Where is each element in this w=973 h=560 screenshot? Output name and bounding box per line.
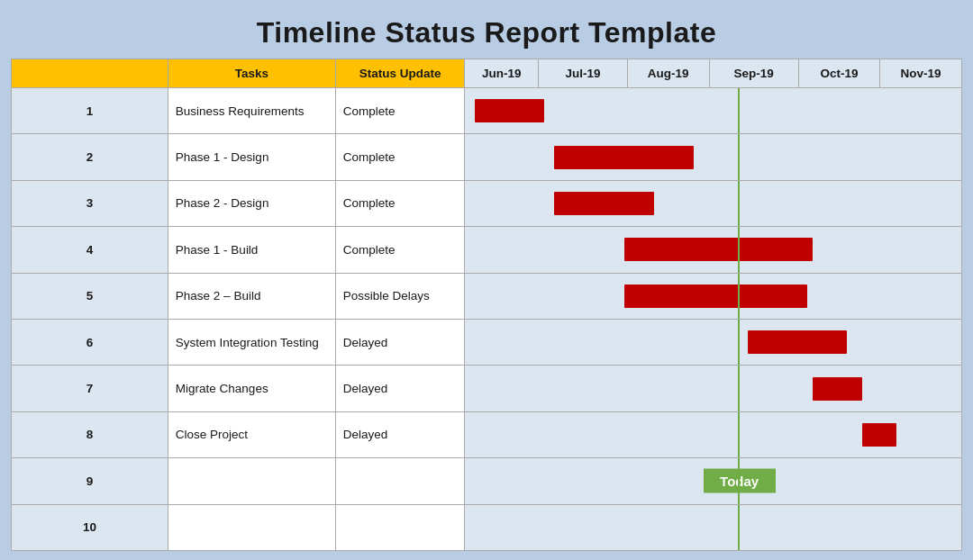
col-nov: Nov-19 xyxy=(880,59,962,88)
col-num-header xyxy=(12,59,168,88)
today-line xyxy=(738,320,740,365)
row-number: 9 xyxy=(12,458,168,504)
gantt-bar-cell xyxy=(465,134,962,180)
gantt-bar xyxy=(862,423,897,447)
row-status xyxy=(335,504,465,550)
today-line xyxy=(738,412,740,457)
table-row: 6System Integration TestingDelayed xyxy=(12,319,962,365)
row-status: Complete xyxy=(335,134,465,180)
row-status xyxy=(335,458,465,504)
table-row: 8Close ProjectDelayed xyxy=(12,411,962,457)
row-number: 7 xyxy=(12,366,168,411)
row-task: System Integration Testing xyxy=(168,319,335,365)
col-oct: Oct-19 xyxy=(798,59,879,88)
gantt-bar xyxy=(475,99,544,122)
gantt-table: Tasks Status Update Jun-19 Jul-19 Aug-19… xyxy=(11,59,962,551)
gantt-bar-cell xyxy=(465,273,962,319)
row-status: Possible Delays xyxy=(335,273,465,319)
col-aug: Aug-19 xyxy=(627,59,709,88)
row-number: 1 xyxy=(12,88,168,134)
today-line xyxy=(738,227,740,272)
row-task xyxy=(168,458,335,504)
row-number: 3 xyxy=(12,180,168,226)
row-task xyxy=(168,504,335,550)
today-line xyxy=(738,274,740,319)
gantt-bar xyxy=(748,330,847,354)
col-status-header: Status Update xyxy=(335,59,465,88)
row-number: 5 xyxy=(12,273,168,319)
row-status: Delayed xyxy=(335,319,465,365)
row-number: 2 xyxy=(12,134,168,180)
gantt-bar-cell xyxy=(465,180,962,226)
page-title: Timeline Status Report Template xyxy=(11,9,962,59)
gantt-bar xyxy=(813,377,862,401)
gantt-bar-cell xyxy=(465,227,962,273)
row-status: Delayed xyxy=(335,411,465,457)
row-task: Phase 2 – Build xyxy=(168,273,335,319)
row-task: Phase 1 - Design xyxy=(168,134,335,180)
today-line xyxy=(738,181,740,226)
gantt-bar-cell xyxy=(465,411,962,457)
col-sep: Sep-19 xyxy=(709,59,798,88)
gantt-bar xyxy=(624,285,808,308)
row-task: Business Requirements xyxy=(168,88,335,134)
row-number: 10 xyxy=(12,504,168,550)
table-row: 1Business RequirementsComplete xyxy=(12,88,962,134)
col-jun: Jun-19 xyxy=(465,59,539,88)
today-line xyxy=(738,458,740,503)
row-task: Phase 2 - Design xyxy=(168,180,335,226)
gantt-bar-cell xyxy=(465,504,962,550)
gantt-bar xyxy=(554,146,693,169)
row-task: Migrate Changes xyxy=(168,366,335,411)
row-task: Phase 1 - Build xyxy=(168,227,335,273)
row-task: Close Project xyxy=(168,411,335,457)
row-number: 8 xyxy=(12,411,168,457)
table-row: 7Migrate ChangesDelayed xyxy=(12,366,962,411)
gantt-bar-cell xyxy=(465,88,962,134)
table-row: 4Phase 1 - BuildComplete xyxy=(12,227,962,273)
gantt-bar xyxy=(624,238,813,261)
today-line xyxy=(738,505,740,550)
gantt-bar-cell xyxy=(465,319,962,365)
today-line xyxy=(738,88,740,133)
row-number: 4 xyxy=(12,227,168,273)
row-status: Delayed xyxy=(335,366,465,411)
col-tasks-header: Tasks xyxy=(168,59,335,88)
col-jul: Jul-19 xyxy=(539,59,627,88)
row-number: 6 xyxy=(12,319,168,365)
gantt-bar-cell: Today xyxy=(465,458,962,504)
app-container: Timeline Status Report Template Tasks St… xyxy=(0,0,973,560)
table-row: 9Today xyxy=(12,458,962,504)
table-row: 5Phase 2 – BuildPossible Delays xyxy=(12,273,962,319)
gantt-bar xyxy=(554,192,653,215)
row-status: Complete xyxy=(335,180,465,226)
table-row: 10 xyxy=(12,504,962,550)
table-row: 3Phase 2 - DesignComplete xyxy=(12,180,962,226)
today-line xyxy=(738,366,740,411)
row-status: Complete xyxy=(335,88,465,134)
row-status: Complete xyxy=(335,227,465,273)
table-row: 2Phase 1 - DesignComplete xyxy=(12,134,962,180)
today-line xyxy=(738,134,740,179)
gantt-bar-cell xyxy=(465,366,962,411)
